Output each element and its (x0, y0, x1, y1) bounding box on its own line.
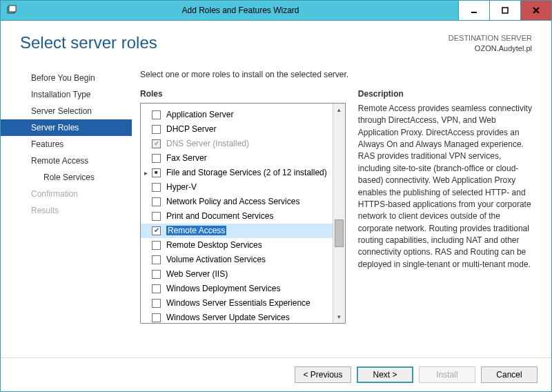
role-checkbox[interactable] (152, 183, 161, 192)
role-checkbox[interactable] (152, 241, 161, 250)
destination-label: DESTINATION SERVER (448, 33, 532, 43)
sidebar-item-before-you-begin[interactable]: Before You Begin (1, 70, 132, 86)
role-label: Windows Server Essentials Experience (166, 298, 310, 308)
role-label: Remote Desktop Services (166, 240, 262, 250)
expand-icon[interactable]: ▸ (141, 169, 150, 177)
window-title: Add Roles and Features Wizard (23, 6, 458, 15)
sidebar-item-server-selection[interactable]: Server Selection (1, 103, 132, 119)
cancel-button[interactable]: Cancel (481, 366, 538, 383)
scroll-track[interactable] (333, 116, 345, 311)
previous-button[interactable]: < Previous (295, 366, 351, 383)
role-label: DHCP Server (166, 124, 216, 134)
sidebar-item-role-services[interactable]: Role Services (1, 169, 132, 186)
destination-value: OZON.Audytel.pl (448, 43, 532, 54)
role-checkbox[interactable] (152, 125, 161, 134)
svg-rect-1 (9, 6, 16, 12)
role-row[interactable]: Web Server (IIS) (141, 267, 333, 282)
role-checkbox[interactable] (152, 284, 161, 293)
role-label: File and Storage Services (2 of 12 insta… (166, 168, 327, 177)
role-label: Hyper-V (166, 182, 197, 192)
role-label: Web Server (IIS) (166, 269, 228, 279)
header: Select server roles DESTINATION SERVER O… (1, 21, 551, 60)
minimize-button[interactable] (458, 1, 489, 20)
roles-column: Roles Application ServerDHCP ServerDNS S… (140, 89, 346, 357)
role-label: Remote Access (166, 226, 226, 235)
role-row[interactable]: Remote Access (141, 224, 333, 238)
scroll-down-button[interactable]: ▾ (333, 311, 345, 323)
main-panel: Select one or more roles to install on t… (132, 60, 551, 357)
main-columns: Roles Application ServerDHCP ServerDNS S… (140, 89, 536, 357)
role-label: Windows Server Update Services (166, 313, 290, 322)
role-label: Fax Server (166, 153, 207, 163)
role-row[interactable]: Hyper-V (141, 180, 333, 195)
role-checkbox[interactable] (152, 226, 161, 235)
description-text: Remote Access provides seamless connecti… (358, 103, 536, 271)
button-bar: < Previous Next > Install Cancel (1, 357, 551, 391)
role-label: Application Server (166, 110, 233, 119)
content: Before You BeginInstallation TypeServer … (1, 60, 551, 357)
destination-block: DESTINATION SERVER OZON.Audytel.pl (448, 33, 532, 55)
scrollbar[interactable]: ▴ ▾ (333, 104, 345, 323)
app-icon (6, 5, 17, 16)
role-checkbox[interactable] (152, 255, 161, 264)
roles-listbox: Application ServerDHCP ServerDNS Server … (140, 103, 346, 324)
role-row[interactable]: Volume Activation Services (141, 253, 333, 267)
role-label: Volume Activation Services (166, 255, 266, 264)
role-checkbox (152, 139, 161, 148)
maximize-button[interactable] (489, 1, 520, 20)
sidebar-item-confirmation: Confirmation (1, 186, 132, 202)
role-label: Windows Deployment Services (166, 284, 280, 293)
role-row[interactable]: Remote Desktop Services (141, 238, 333, 253)
sidebar-item-server-roles[interactable]: Server Roles (1, 119, 132, 136)
sidebar-item-remote-access[interactable]: Remote Access (1, 153, 132, 169)
role-row[interactable]: Fax Server (141, 151, 333, 166)
role-checkbox[interactable] (152, 154, 161, 163)
description-heading: Description (358, 89, 536, 99)
svg-rect-3 (502, 8, 508, 13)
role-row[interactable]: Windows Deployment Services (141, 282, 333, 296)
role-row[interactable]: Windows Server Essentials Experience (141, 296, 333, 311)
sidebar-item-results: Results (1, 202, 132, 219)
role-label: Print and Document Services (166, 211, 273, 221)
role-checkbox[interactable] (152, 270, 161, 279)
role-row[interactable]: Application Server (141, 108, 333, 122)
scroll-thumb[interactable] (335, 219, 344, 247)
titlebar: Add Roles and Features Wizard (0, 0, 552, 21)
role-row: DNS Server (Installed) (141, 137, 333, 151)
role-row[interactable]: Windows Server Update Services (141, 311, 333, 323)
sidebar-item-features[interactable]: Features (1, 136, 132, 153)
intro-text: Select one or more roles to install on t… (140, 70, 536, 79)
description-column: Description Remote Access provides seaml… (358, 89, 536, 357)
role-checkbox[interactable] (152, 168, 161, 177)
role-row[interactable]: Print and Document Services (141, 209, 333, 224)
sidebar-item-installation-type[interactable]: Installation Type (1, 86, 132, 103)
role-row[interactable]: ▸File and Storage Services (2 of 12 inst… (141, 166, 333, 180)
role-label: DNS Server (Installed) (166, 139, 249, 148)
window-controls (458, 1, 551, 20)
role-checkbox[interactable] (152, 212, 161, 221)
role-checkbox[interactable] (152, 110, 161, 119)
window-body: Select server roles DESTINATION SERVER O… (0, 21, 552, 392)
role-checkbox[interactable] (152, 313, 161, 322)
scroll-up-button[interactable]: ▴ (333, 104, 345, 116)
roles-heading: Roles (140, 89, 346, 99)
role-row[interactable]: DHCP Server (141, 122, 333, 137)
role-checkbox[interactable] (152, 299, 161, 308)
role-checkbox[interactable] (152, 197, 161, 206)
roles-list[interactable]: Application ServerDHCP ServerDNS Server … (141, 104, 333, 323)
role-label: Network Policy and Access Services (166, 197, 299, 206)
wizard-steps-sidebar: Before You BeginInstallation TypeServer … (1, 60, 132, 357)
page-title: Select server roles (20, 33, 157, 52)
role-row[interactable]: Network Policy and Access Services (141, 195, 333, 209)
install-button: Install (419, 366, 475, 383)
close-button[interactable] (520, 1, 551, 20)
next-button[interactable]: Next > (357, 366, 413, 383)
